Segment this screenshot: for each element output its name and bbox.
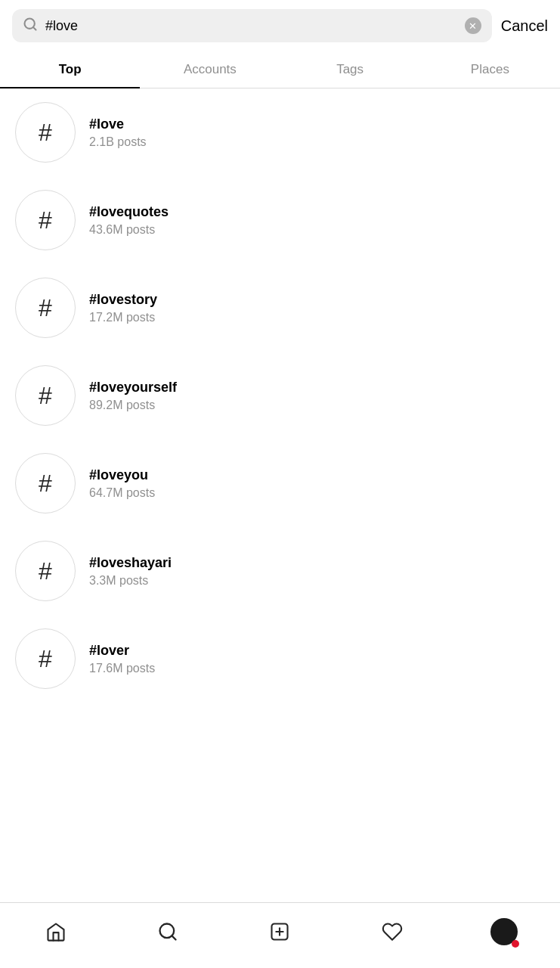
result-post-count: 2.1B posts bbox=[89, 135, 147, 149]
hashtag-symbol: # bbox=[39, 294, 52, 322]
result-text: #lover 17.6M posts bbox=[89, 643, 155, 675]
nav-activity[interactable] bbox=[374, 914, 410, 950]
result-text: #lovestory 17.2M posts bbox=[89, 292, 157, 324]
search-query-text: #love bbox=[45, 18, 457, 34]
list-item[interactable]: # #lovequotes 43.6M posts bbox=[0, 176, 560, 264]
svg-line-1 bbox=[33, 27, 36, 30]
search-tabs: TopAccountsTagsPlaces bbox=[0, 51, 560, 88]
nav-search[interactable] bbox=[150, 914, 186, 950]
search-icon bbox=[23, 17, 38, 35]
svg-line-3 bbox=[172, 935, 176, 939]
result-tag-name: #lovequotes bbox=[89, 204, 169, 220]
hashtag-icon-circle: # bbox=[15, 628, 76, 689]
hashtag-symbol: # bbox=[39, 382, 52, 410]
tab-places[interactable]: Places bbox=[420, 51, 560, 88]
clear-search-button[interactable]: ✕ bbox=[465, 17, 481, 34]
list-item[interactable]: # #loveyou 64.7M posts bbox=[0, 439, 560, 527]
profile-avatar bbox=[490, 918, 518, 945]
nav-home[interactable] bbox=[38, 914, 74, 950]
hashtag-symbol: # bbox=[39, 470, 52, 498]
result-tag-name: #loveshayari bbox=[89, 555, 172, 571]
result-tag-name: #loveyou bbox=[89, 467, 155, 483]
create-icon bbox=[269, 921, 290, 942]
list-item[interactable]: # #loveyourself 89.2M posts bbox=[0, 352, 560, 439]
clear-icon: ✕ bbox=[469, 20, 477, 32]
result-post-count: 17.2M posts bbox=[89, 311, 157, 324]
heart-icon bbox=[382, 921, 403, 942]
list-item[interactable]: # #love 2.1B posts bbox=[0, 88, 560, 176]
result-tag-name: #loveyourself bbox=[89, 380, 177, 396]
result-text: #loveyou 64.7M posts bbox=[89, 467, 155, 500]
hashtag-icon-circle: # bbox=[15, 365, 76, 426]
result-tag-name: #lovestory bbox=[89, 292, 157, 308]
list-item[interactable]: # #lovestory 17.2M posts bbox=[0, 264, 560, 352]
hashtag-icon-circle: # bbox=[15, 102, 76, 163]
tab-tags[interactable]: Tags bbox=[280, 51, 420, 88]
result-post-count: 17.6M posts bbox=[89, 662, 155, 675]
cancel-button[interactable]: Cancel bbox=[501, 17, 548, 35]
hashtag-symbol: # bbox=[39, 119, 52, 147]
tab-top[interactable]: Top bbox=[0, 51, 140, 88]
hashtag-icon-circle: # bbox=[15, 278, 76, 338]
result-post-count: 3.3M posts bbox=[89, 574, 172, 588]
result-tag-name: #lover bbox=[89, 643, 155, 659]
hashtag-symbol: # bbox=[39, 206, 52, 234]
results-list: # #love 2.1B posts # #lovequotes 43.6M p… bbox=[0, 88, 560, 902]
nav-create[interactable] bbox=[261, 914, 298, 950]
result-tag-name: #love bbox=[89, 116, 147, 132]
result-text: #love 2.1B posts bbox=[89, 116, 147, 149]
list-item[interactable]: # #lover 17.6M posts bbox=[0, 615, 560, 703]
list-item[interactable]: # #loveshayari 3.3M posts bbox=[0, 527, 560, 615]
result-post-count: 43.6M posts bbox=[89, 223, 169, 237]
result-text: #lovequotes 43.6M posts bbox=[89, 204, 169, 237]
hashtag-icon-circle: # bbox=[15, 190, 76, 250]
result-post-count: 64.7M posts bbox=[89, 486, 155, 500]
result-post-count: 89.2M posts bbox=[89, 399, 177, 412]
result-text: #loveshayari 3.3M posts bbox=[89, 555, 172, 588]
hashtag-symbol: # bbox=[39, 645, 52, 673]
home-icon bbox=[45, 921, 67, 942]
result-text: #loveyourself 89.2M posts bbox=[89, 380, 177, 412]
search-input-wrapper[interactable]: #love ✕ bbox=[12, 9, 492, 42]
hashtag-icon-circle: # bbox=[15, 453, 76, 513]
nav-profile[interactable] bbox=[486, 914, 522, 950]
tab-accounts[interactable]: Accounts bbox=[140, 51, 280, 88]
hashtag-symbol: # bbox=[39, 557, 52, 585]
hashtag-icon-circle: # bbox=[15, 541, 76, 601]
search-nav-icon bbox=[157, 921, 178, 942]
bottom-nav bbox=[0, 902, 560, 968]
search-bar: #love ✕ Cancel bbox=[0, 0, 560, 51]
